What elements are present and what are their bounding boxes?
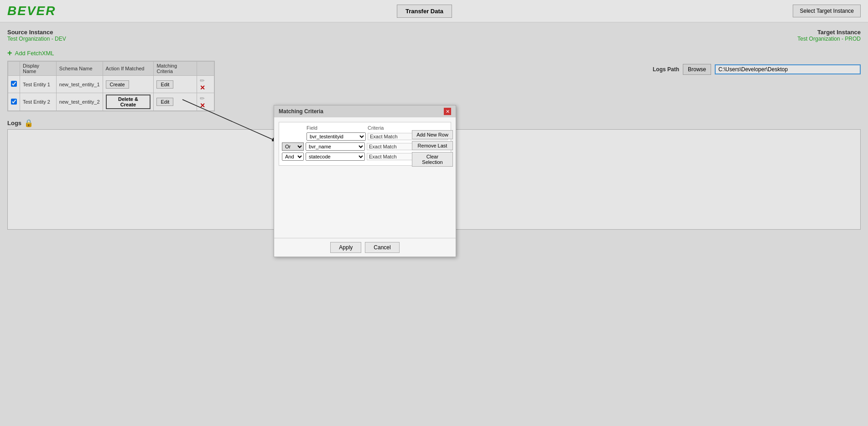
apply-button[interactable]: Apply: [330, 242, 361, 253]
logic-select-3[interactable]: And Or: [282, 153, 304, 161]
side-buttons: Add New Row Remove Last Clear Selection: [412, 130, 453, 167]
field-select-1[interactable]: bvr_testentityid bvr_name statecode: [307, 132, 366, 141]
modal-close-button[interactable]: ✕: [444, 108, 451, 115]
clear-selection-button[interactable]: Clear Selection: [412, 152, 453, 167]
field-select-2[interactable]: bvr_name bvr_testentityid statecode: [306, 142, 365, 151]
modal-footer: Apply Cancel: [274, 238, 456, 257]
cancel-button[interactable]: Cancel: [365, 242, 399, 253]
logic-select-2[interactable]: Or And: [282, 142, 304, 151]
modal-title: Matching Criteria: [279, 108, 323, 115]
modal-spacer: [279, 169, 451, 233]
modal-header: Matching Criteria ✕: [274, 105, 456, 117]
add-new-row-button[interactable]: Add New Row: [412, 130, 453, 139]
modal-body: Field Criteria bvr_testentityid bvr_name…: [274, 117, 456, 238]
remove-last-button[interactable]: Remove Last: [412, 141, 453, 150]
field-select-3[interactable]: statecode bvr_testentityid bvr_name: [306, 153, 365, 161]
field-col-header: Field: [307, 125, 366, 131]
criteria-col-header: Criteria: [368, 125, 413, 131]
matching-criteria-dialog: Matching Criteria ✕ Field Criteria bvr_t…: [274, 105, 456, 257]
